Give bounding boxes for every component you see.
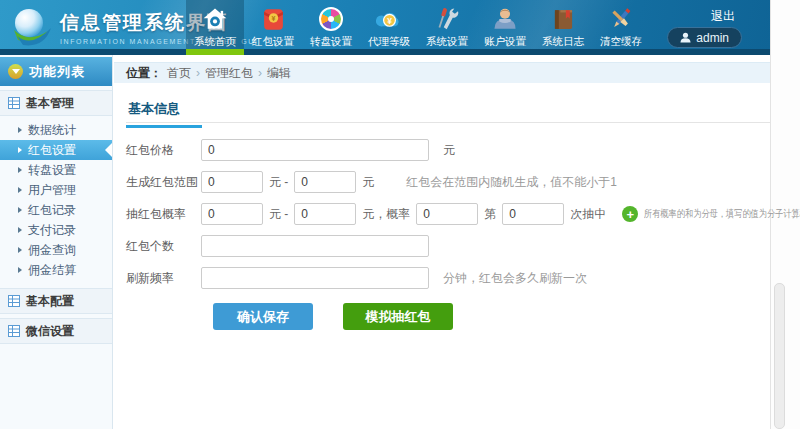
main-content: 位置： 首页 › 管理红包 › 编辑 基本信息 红包价格 元 生成红包范围 元 … xyxy=(114,55,770,429)
sidebar-section-label: 基本配置 xyxy=(26,293,74,310)
sidebar-title: 功能列表 xyxy=(29,63,85,81)
refresh-hint: 分钟，红包会多久刷新一次 xyxy=(443,270,587,287)
nav-item-label: 红包设置 xyxy=(244,35,302,49)
sidebar-section-label: 基本管理 xyxy=(26,95,74,112)
grid-icon xyxy=(8,295,20,307)
breadcrumb-edit[interactable]: 编辑 xyxy=(267,65,291,82)
range-sep2: 元 xyxy=(362,174,374,191)
button-row: 确认保存 模拟抽红包 xyxy=(213,303,770,330)
logout-link[interactable]: 退出 xyxy=(711,8,735,25)
breadcrumb-manage-red-packet[interactable]: 管理红包 xyxy=(205,65,253,82)
refresh-label: 刷新频率 xyxy=(126,270,201,287)
red-packet-icon: ¥ xyxy=(259,5,287,33)
range-min-input[interactable] xyxy=(201,171,263,193)
sidebar-item-list: 数据统计 红包设置 转盘设置 用户管理 红包记录 支付记录 佣金查询 xyxy=(0,116,112,284)
probability-max-input[interactable] xyxy=(294,203,356,225)
count-label: 红包个数 xyxy=(126,238,201,255)
price-label: 红包价格 xyxy=(126,142,201,159)
confirm-save-button[interactable]: 确认保存 xyxy=(213,303,313,330)
sidebar-section-wechat-settings[interactable]: 微信设置 xyxy=(0,318,112,344)
sidebar-item-label: 佣金结算 xyxy=(28,262,76,279)
sidebar-item-label: 用户管理 xyxy=(28,182,76,199)
wheel-icon xyxy=(317,5,345,33)
sidebar-title-bar[interactable]: 功能列表 xyxy=(0,57,112,86)
refresh-input[interactable] xyxy=(201,267,429,289)
price-input[interactable] xyxy=(201,139,429,161)
bullet-triangle-icon xyxy=(18,147,22,153)
sidebar-item-label: 转盘设置 xyxy=(28,162,76,179)
price-unit: 元 xyxy=(443,142,455,159)
sidebar-item-commission-settlement[interactable]: 佣金结算 xyxy=(0,260,112,280)
bullet-triangle-icon xyxy=(18,187,22,193)
range-max-input[interactable] xyxy=(294,171,356,193)
nav-item-system-settings[interactable]: 系统设置 xyxy=(418,0,476,49)
range-label: 生成红包范围 xyxy=(126,174,201,191)
sidebar-item-wheel-settings[interactable]: 转盘设置 xyxy=(0,160,112,180)
probability-sep4: 次抽中 xyxy=(570,206,606,223)
sidebar-item-data-statistics[interactable]: 数据统计 xyxy=(0,120,112,140)
sidebar-item-payment-records[interactable]: 支付记录 xyxy=(0,220,112,240)
sidebar-item-red-packet-records[interactable]: 红包记录 xyxy=(0,200,112,220)
bullet-triangle-icon xyxy=(18,127,22,133)
nav-item-label: 系统设置 xyxy=(418,35,476,49)
probability-value-input[interactable] xyxy=(416,203,478,225)
probability-min-input[interactable] xyxy=(201,203,263,225)
bullet-triangle-icon xyxy=(18,227,22,233)
sidebar-item-commission-query[interactable]: 佣金查询 xyxy=(0,240,112,260)
probability-sep1: 元 - xyxy=(269,206,288,223)
grid-icon xyxy=(8,325,20,337)
sidebar-item-red-packet-settings[interactable]: 红包设置 xyxy=(0,140,112,160)
edit-form: 红包价格 元 生成红包范围 元 - 元 红包会在范围内随机生成，值不能小于1 抽… xyxy=(126,139,770,330)
bullet-triangle-icon xyxy=(18,207,22,213)
nav-item-label: 账户设置 xyxy=(476,35,534,49)
nav-item-home[interactable]: 系统首页 xyxy=(186,0,244,49)
bullet-triangle-icon xyxy=(18,267,22,273)
sidebar-item-label: 红包记录 xyxy=(28,202,76,219)
form-row-price: 红包价格 元 xyxy=(126,139,770,161)
scrollbar-thumb[interactable] xyxy=(774,283,785,429)
range-hint: 红包会在范围内随机生成，值不能小于1 xyxy=(406,174,617,191)
breadcrumb-home[interactable]: 首页 xyxy=(167,65,191,82)
admin-user-button[interactable]: admin xyxy=(667,27,742,48)
nav-item-agent-level[interactable]: ¥ 代理等级 xyxy=(360,0,418,49)
admin-username: admin xyxy=(696,31,729,45)
tab-bar: 基本信息 xyxy=(126,99,770,123)
form-row-probability: 抽红包概率 元 - 元，概率 第 次抽中 + 所有概率的和为分母，填写的值为分子… xyxy=(126,203,770,225)
sidebar-item-label: 红包设置 xyxy=(28,142,76,159)
sidebar-section-basic-config[interactable]: 基本配置 xyxy=(0,288,112,314)
nav-item-label: 代理等级 xyxy=(360,35,418,49)
probability-sep3: 第 xyxy=(484,206,496,223)
agent-level-icon: ¥ xyxy=(375,5,403,33)
breadcrumb-separator: › xyxy=(258,66,262,80)
probability-label: 抽红包概率 xyxy=(126,206,201,223)
nav-item-system-log[interactable]: 系统日志 xyxy=(534,0,592,49)
nav-item-label: 清空缓存 xyxy=(592,35,650,49)
account-icon xyxy=(491,5,519,33)
nav-item-red-packet-settings[interactable]: ¥ 红包设置 xyxy=(244,0,302,49)
probability-hint: 所有概率的和为分母，填写的值为分子计算概率，第几次可以不填 xyxy=(644,207,800,221)
nav-item-account-settings[interactable]: 账户设置 xyxy=(476,0,534,49)
sidebar-section-label: 微信设置 xyxy=(26,323,74,340)
tab-basic-info[interactable]: 基本信息 xyxy=(126,100,202,128)
count-input[interactable] xyxy=(201,235,429,257)
nav-item-wheel-settings[interactable]: 转盘设置 xyxy=(302,0,360,49)
sidebar-item-label: 数据统计 xyxy=(28,122,76,139)
top-header: 信息管理系统界面 INFORMATION MANAGEMENT SYSTEM G… xyxy=(0,0,770,55)
breadcrumb-prefix: 位置： xyxy=(126,65,162,82)
form-row-range: 生成红包范围 元 - 元 红包会在范围内随机生成，值不能小于1 xyxy=(126,171,770,193)
probability-times-input[interactable] xyxy=(502,203,564,225)
svg-text:¥: ¥ xyxy=(271,14,275,21)
bullet-triangle-icon xyxy=(18,167,22,173)
range-sep1: 元 - xyxy=(269,174,288,191)
log-book-icon xyxy=(549,5,577,33)
simulate-draw-button[interactable]: 模拟抽红包 xyxy=(343,303,453,330)
tools-icon xyxy=(433,5,461,33)
add-probability-button[interactable]: + xyxy=(622,206,638,222)
grid-icon xyxy=(8,97,20,109)
user-icon xyxy=(680,32,691,43)
sidebar-item-user-management[interactable]: 用户管理 xyxy=(0,180,112,200)
sidebar-item-label: 支付记录 xyxy=(28,222,76,239)
sidebar-section-basic-management[interactable]: 基本管理 xyxy=(0,90,112,116)
sidebar-item-label: 佣金查询 xyxy=(28,242,76,259)
nav-item-clear-cache[interactable]: 清空缓存 xyxy=(592,0,650,49)
